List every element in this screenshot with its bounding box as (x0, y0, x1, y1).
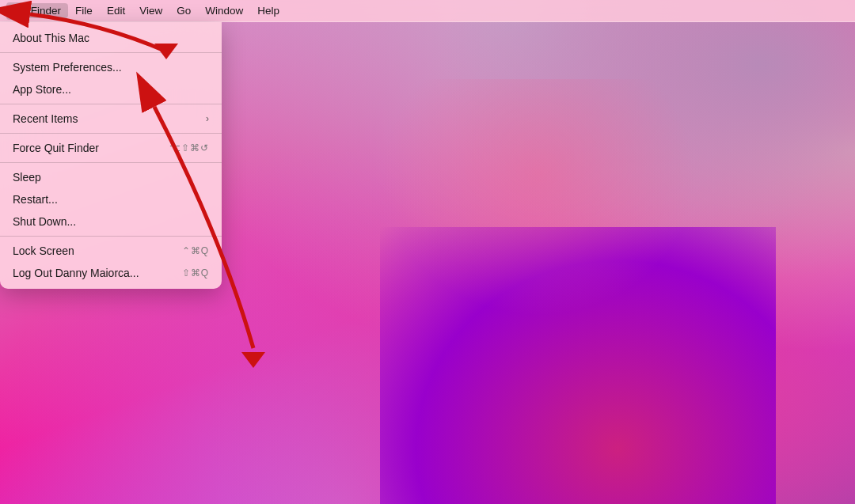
edit-menu[interactable]: Edit (100, 3, 132, 18)
force-quit-item[interactable]: Force Quit Finder ⌥⇧⌘↺ (0, 137, 222, 159)
recent-items-label: Recent Items (13, 112, 78, 125)
app-store-item[interactable]: App Store... (0, 78, 222, 100)
system-preferences-item[interactable]: System Preferences... (0, 56, 222, 78)
apple-dropdown-menu: About This Mac System Preferences... App… (0, 22, 222, 289)
lock-screen-label: Lock Screen (13, 244, 74, 257)
shutdown-label: Shut Down... (13, 215, 76, 228)
finder-menu[interactable]: Finder (24, 3, 68, 18)
force-quit-label: Force Quit Finder (13, 142, 99, 154)
lock-screen-item[interactable]: Lock Screen ⌃⌘Q (0, 240, 222, 262)
restart-label: Restart... (13, 193, 58, 206)
apple-menu-button[interactable]:  (6, 2, 24, 20)
divider-5 (0, 236, 222, 237)
sleep-item[interactable]: Sleep (0, 166, 222, 188)
help-menu[interactable]: Help (250, 3, 287, 18)
divider-2 (0, 104, 222, 104)
recent-items-item[interactable]: Recent Items › (0, 108, 222, 130)
file-menu[interactable]: File (68, 3, 100, 18)
menubar:  Finder File Edit View Go Window Help (0, 0, 855, 22)
system-preferences-label: System Preferences... (13, 61, 122, 74)
sleep-label: Sleep (13, 171, 41, 184)
lock-screen-shortcut: ⌃⌘Q (182, 245, 209, 256)
about-this-mac-label: About This Mac (13, 32, 89, 44)
force-quit-shortcut: ⌥⇧⌘↺ (169, 142, 209, 153)
app-store-label: App Store... (13, 83, 71, 96)
logout-label: Log Out Danny Maiorca... (13, 267, 139, 279)
divider-1 (0, 52, 222, 53)
window-menu[interactable]: Window (198, 3, 250, 18)
recent-items-chevron: › (206, 113, 209, 124)
logout-shortcut: ⇧⌘Q (182, 267, 209, 279)
divider-4 (0, 162, 222, 163)
wallpaper-wave-3 (380, 79, 697, 316)
view-menu[interactable]: View (132, 3, 169, 18)
go-menu[interactable]: Go (169, 3, 198, 18)
about-this-mac-item[interactable]: About This Mac (0, 27, 222, 49)
divider-3 (0, 133, 222, 134)
logout-item[interactable]: Log Out Danny Maiorca... ⇧⌘Q (0, 262, 222, 284)
shutdown-item[interactable]: Shut Down... (0, 210, 222, 233)
restart-item[interactable]: Restart... (0, 188, 222, 210)
